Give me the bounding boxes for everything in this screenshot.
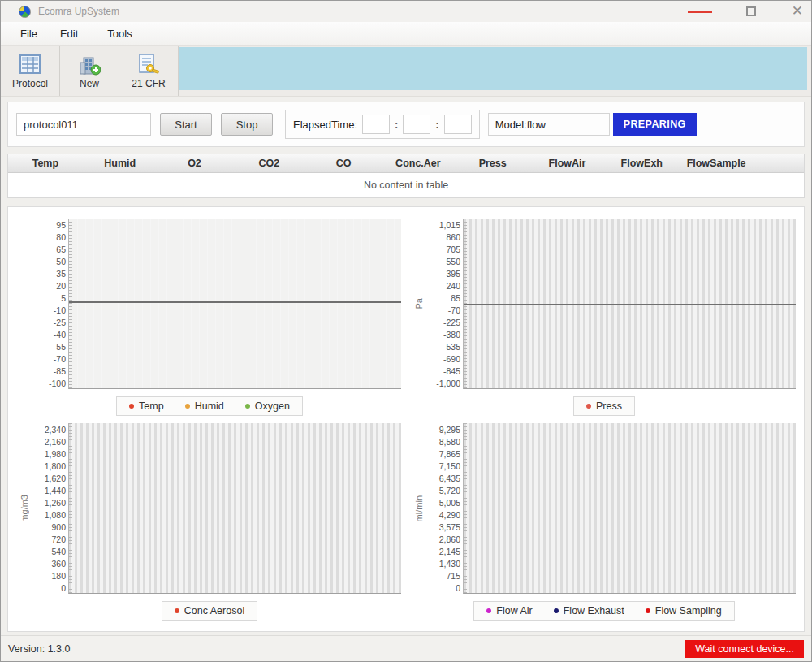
legend-item[interactable]: Flow Air [486,605,532,617]
plot-area[interactable] [68,423,401,594]
table-empty-message: No content in table [8,173,804,197]
device-status-badge: Wait connect device... [685,640,804,658]
y-tick-label: 2,145 [425,545,460,557]
minimize-icon[interactable] [688,11,712,13]
elapsed-seconds-input[interactable] [444,115,472,134]
menu-edit[interactable]: Edit [49,24,89,44]
legend-item[interactable]: Temp [129,400,164,412]
toolbar-button-label: 21 CFR [132,78,165,89]
legend-item[interactable]: Humid [185,400,224,412]
legend-item[interactable]: Conc Aerosol [175,605,244,617]
legend-marker-icon [129,404,134,409]
legend: TempHumidOxygen [116,396,303,416]
toolbar-highlight-strip [179,47,807,90]
plot-area[interactable] [68,219,401,389]
y-tick-label: 2,860 [425,533,460,545]
y-axis-unit-wrap: mg/m3 [18,423,31,594]
window-controls: ✕ [673,1,811,22]
y-axis-unit: ml/min [414,495,424,521]
close-icon[interactable]: ✕ [792,2,803,20]
y-tick-label: 95 [31,219,66,231]
legend-marker-icon [486,608,491,613]
y-tick-label: 5 [31,292,66,304]
y-tick-label: 860 [425,231,460,243]
cfr-button[interactable]: 21 CFR [119,46,179,96]
legend-label: Conc Aerosol [184,605,244,617]
plot-area[interactable] [463,423,796,594]
title-bar: Ecomra UpSystem ✕ [1,1,811,22]
data-series-line [464,304,796,305]
legend-row: Press [412,389,796,423]
table-column-header[interactable]: CO2 [231,158,306,169]
data-series-line [69,301,401,303]
elapsed-hours-input[interactable] [362,115,390,134]
y-tick-label: 2,160 [31,435,66,448]
legend-item[interactable]: Flow Exhaust [554,605,624,617]
legend: Conc Aerosol [162,601,257,621]
table-column-header[interactable]: Humid [83,158,158,169]
chart-body: Pa 1,01586070555039524085-70-225-380-535… [412,219,796,389]
measurement-table: TempHumidO2CO2COConc.AerPressFlowAirFlow… [7,154,805,198]
y-tick-label: 4,290 [425,508,460,521]
menu-tools[interactable]: Tools [96,24,143,44]
legend-label: Humid [195,400,224,412]
y-tick-label: 705 [425,243,460,255]
y-tick-label: -25 [31,316,66,328]
legend: Press [573,396,635,416]
menu-file[interactable]: File [9,24,49,44]
y-axis-ticks: 1,01586070555039524085-70-225-380-535-69… [425,219,463,389]
y-tick-label: 720 [31,533,66,545]
y-tick-label: -1,000 [425,377,460,389]
start-button[interactable]: Start [160,113,212,136]
legend-item[interactable]: Flow Sampling [646,605,722,617]
chart-conc-aerosol: mg/m3 2,3402,1601,9801,8001,6201,4401,26… [18,423,401,628]
y-tick-label: -55 [31,340,66,353]
table-column-header[interactable]: FlowExh [604,158,679,169]
protocol-name-input[interactable] [16,113,151,136]
y-tick-label: -40 [31,328,66,340]
elapsed-minutes-input[interactable] [403,115,430,134]
protocol-button[interactable]: Protocol [1,46,60,96]
control-panel: Start Stop ElapsedTime: : : Model:flow P… [7,102,805,147]
table-column-header[interactable]: FlowSample [679,158,754,169]
y-tick-label: 80 [31,231,66,243]
table-column-header[interactable]: Temp [8,158,83,169]
y-tick-label: -70 [31,353,66,365]
chart-temp-humid-oxygen: 9580655035205-10-25-40-55-70-85-100 Temp… [18,219,401,423]
legend-row: Flow AirFlow ExhaustFlow Sampling [412,594,796,628]
table-column-header[interactable]: Press [456,158,530,169]
plot-area[interactable] [463,219,796,389]
table-column-header[interactable]: CO [306,158,381,169]
y-tick-label: 20 [31,279,66,292]
legend-label: Flow Air [496,605,532,617]
y-tick-label: 6,435 [425,472,460,484]
y-tick-label: 550 [425,255,460,267]
preparing-status-button[interactable]: PREPARING [613,113,697,136]
y-tick-label: 1,980 [31,448,66,460]
y-tick-label: 1,015 [425,219,460,231]
table-header-row: TempHumidO2CO2COConc.AerPressFlowAirFlow… [8,154,804,173]
time-separator: : [435,119,438,131]
y-tick-label: 900 [31,521,66,533]
stop-button[interactable]: Stop [221,113,273,136]
y-tick-label: 180 [31,569,66,582]
y-tick-label: -70 [425,304,460,316]
maximize-icon[interactable] [746,6,756,16]
chart-flows: ml/min 9,2958,5807,8657,1506,4355,7205,0… [412,423,796,628]
legend-item[interactable]: Oxygen [245,400,290,412]
table-column-header[interactable]: FlowAir [530,158,605,169]
menu-bar: File Edit Tools [1,22,811,46]
table-column-header[interactable]: O2 [158,158,232,169]
model-field[interactable]: Model:flow [488,113,610,136]
chart-body: 9580655035205-10-25-40-55-70-85-100 [18,219,401,389]
y-axis-ticks: 2,3402,1601,9801,8001,6201,4401,2601,080… [31,423,68,594]
y-tick-label: 360 [31,557,66,569]
app-window: Ecomra UpSystem ✕ File Edit Tools [0,0,812,662]
y-tick-label: -380 [425,328,460,340]
legend-item[interactable]: Press [586,400,622,412]
y-tick-label: 540 [31,545,66,557]
new-button[interactable]: New [60,46,119,96]
table-column-header[interactable]: Conc.Aer [381,158,456,169]
y-tick-label: -100 [31,377,66,389]
y-tick-label: 5,005 [425,496,460,508]
